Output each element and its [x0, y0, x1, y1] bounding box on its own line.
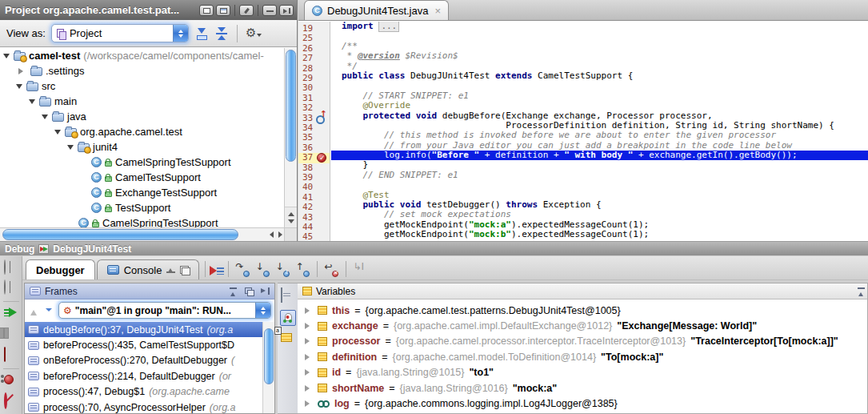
current-execution-line[interactable]: log.info("Before " + definition + " with…: [331, 151, 868, 160]
editor-body[interactable]: 1925262728293031323334353637383940414243…: [298, 22, 868, 241]
tree-expanded-icon[interactable]: [16, 84, 22, 92]
minimize-button[interactable]: [262, 5, 277, 16]
pop-icon[interactable]: [857, 287, 866, 295]
code-line[interactable]: import ...: [331, 22, 868, 31]
float-mode-button[interactable]: [199, 5, 214, 16]
tree-item[interactable]: .settings: [0, 63, 284, 78]
drop-frame-button[interactable]: ↩: [324, 264, 339, 277]
tree-item[interactable]: java: [0, 109, 284, 124]
expand-arrow-icon[interactable]: [305, 307, 313, 314]
editor-code[interactable]: import .../** * @version $Revision$ */pu…: [331, 22, 868, 241]
scroll-right-icon[interactable]: [278, 231, 282, 238]
scrollbar-thumb[interactable]: [286, 50, 296, 162]
tree-expanded-icon[interactable]: [29, 99, 35, 107]
variable-row[interactable]: definition = {org.apache.camel.model.ToD…: [298, 349, 867, 364]
pause-button[interactable]: [4, 328, 18, 342]
view-as-select[interactable]: Project: [51, 24, 189, 42]
frame-row[interactable]: process():47, Debug$1 (org.apache.came: [25, 384, 262, 400]
tree-item[interactable]: CamelSpringTestSupport: [0, 215, 284, 227]
tree-expanded-icon[interactable]: [54, 130, 61, 138]
export-icon[interactable]: [166, 266, 175, 274]
scroll-down-icon[interactable]: [288, 219, 294, 223]
tree-item[interactable]: junit4: [0, 139, 284, 155]
code-line[interactable]: * @version $Revision$: [331, 51, 868, 61]
tree-expanded-icon[interactable]: [42, 115, 48, 123]
tree-item[interactable]: src: [0, 78, 284, 94]
tree-item[interactable]: ExchangeTestSupport: [0, 185, 284, 200]
settings-button[interactable]: ⚙: [246, 27, 262, 39]
breakpoint-icon[interactable]: [317, 153, 326, 163]
editor-gutter[interactable]: 1925262728293031323334353637383940414243…: [298, 22, 330, 241]
variable-row[interactable]: shortName = {java.lang.String@1016}"mock…: [298, 380, 867, 396]
code-line[interactable]: [331, 180, 868, 190]
hide-panel-icon[interactable]: [261, 287, 270, 295]
pop-frame-icon[interactable]: [229, 287, 238, 295]
float-window-icon[interactable]: [180, 266, 189, 274]
auto-variables-mode-button[interactable]: [280, 310, 296, 326]
tree-item[interactable]: org.apache.camel.test: [0, 124, 284, 139]
close-tab-icon[interactable]: ×: [434, 6, 441, 16]
hide-tool-window-button[interactable]: [279, 5, 294, 16]
show-execution-point-button[interactable]: [210, 266, 224, 276]
scrollbar-arrows[interactable]: [270, 228, 282, 241]
evaluate-expression-button[interactable]: [281, 288, 295, 303]
tree-item[interactable]: main: [0, 94, 284, 109]
resume-button[interactable]: [4, 307, 18, 322]
expand-arrow-icon[interactable]: [305, 354, 313, 360]
tree-collapsed-icon[interactable]: [18, 68, 26, 74]
project-vertical-scrollbar[interactable]: [284, 48, 297, 227]
collapse-all-icon[interactable]: [214, 26, 229, 41]
select-stepper-icon[interactable]: [173, 25, 188, 42]
variable-row[interactable]: exchange = {org.apache.camel.impl.Defaul…: [298, 318, 867, 333]
frame-down-icon[interactable]: [43, 305, 54, 316]
pin-button[interactable]: [239, 5, 254, 16]
code-line[interactable]: // END SNIPPET: e1: [331, 171, 868, 180]
frames-scrollbar[interactable]: [262, 322, 274, 413]
code-line[interactable]: getMockEndpoint("mock:b").expectedMessag…: [331, 230, 868, 239]
rerun-debug-button[interactable]: [4, 260, 18, 275]
step-over-button[interactable]: ↷: [235, 264, 250, 277]
editor-tab[interactable]: DebugJUnit4Test.java ×: [304, 0, 449, 20]
variable-row[interactable]: id = {java.lang.String@1015}"to1": [298, 365, 867, 380]
expand-arrow-icon[interactable]: [305, 338, 313, 344]
expand-arrow-icon[interactable]: [305, 385, 313, 392]
scrollbar-arrows[interactable]: [285, 207, 297, 227]
view-breakpoints-button[interactable]: [4, 374, 18, 388]
tab-debugger[interactable]: Debugger: [26, 259, 95, 279]
frame-up-icon[interactable]: [28, 305, 39, 316]
frame-row[interactable]: beforeProcess():435, CamelTestSupport$D: [25, 337, 262, 352]
expand-arrow-icon[interactable]: [305, 323, 313, 329]
force-step-into-button[interactable]: ↓: [275, 264, 290, 277]
tab-console[interactable]: Console: [97, 259, 200, 279]
tree-item[interactable]: CamelTestSupport: [0, 170, 284, 185]
project-horizontal-scrollbar[interactable]: [0, 227, 284, 241]
mute-breakpoints-button[interactable]: [4, 394, 18, 408]
thread-select[interactable]: ⚙ "main"@1 in group "main": RUN...: [58, 302, 271, 319]
expand-arrow-icon[interactable]: [305, 400, 313, 407]
expand-arrow-icon[interactable]: [305, 369, 313, 376]
select-stepper-icon[interactable]: [255, 303, 270, 318]
variable-row[interactable]: log = {org.apache.commons.logging.impl.L…: [298, 396, 867, 411]
tree-item[interactable]: CamelSpringTestSupport: [0, 155, 284, 170]
float-panel-icon[interactable]: [245, 287, 254, 295]
scroll-up-icon[interactable]: [288, 212, 294, 216]
dock-mode-button[interactable]: [216, 5, 230, 16]
frame-row[interactable]: debugBefore():37, DebugJUnit4Test (org.a: [25, 322, 262, 337]
scroll-left-icon[interactable]: [270, 231, 274, 238]
code-line[interactable]: // START SNIPPET: e1: [331, 91, 868, 101]
frame-row[interactable]: process():70, AsyncProcessorHelper (org.…: [25, 400, 262, 413]
run-to-cursor-button[interactable]: ↳I: [353, 264, 368, 277]
scrollbar-thumb[interactable]: [2, 229, 238, 240]
step-into-button[interactable]: ↓: [255, 264, 270, 277]
tree-item[interactable]: camel-test (/workspace/camel/components/…: [0, 48, 284, 63]
step-out-button[interactable]: ↑: [295, 264, 310, 277]
tree-expanded-icon[interactable]: [3, 54, 10, 62]
tree-expanded-icon[interactable]: [67, 145, 74, 153]
frame-row[interactable]: beforeProcess():214, DefaultDebugger (or: [25, 368, 262, 384]
scroll-from-source-icon[interactable]: [194, 26, 209, 41]
sort-alphabetically-button[interactable]: [281, 333, 295, 348]
scrollbar-thumb[interactable]: [264, 328, 274, 384]
tree-item[interactable]: TestSupport: [0, 200, 284, 215]
frame-row[interactable]: onBeforeProcess():270, DefaultDebugger (: [25, 353, 262, 368]
stop-button[interactable]: [4, 348, 18, 362]
